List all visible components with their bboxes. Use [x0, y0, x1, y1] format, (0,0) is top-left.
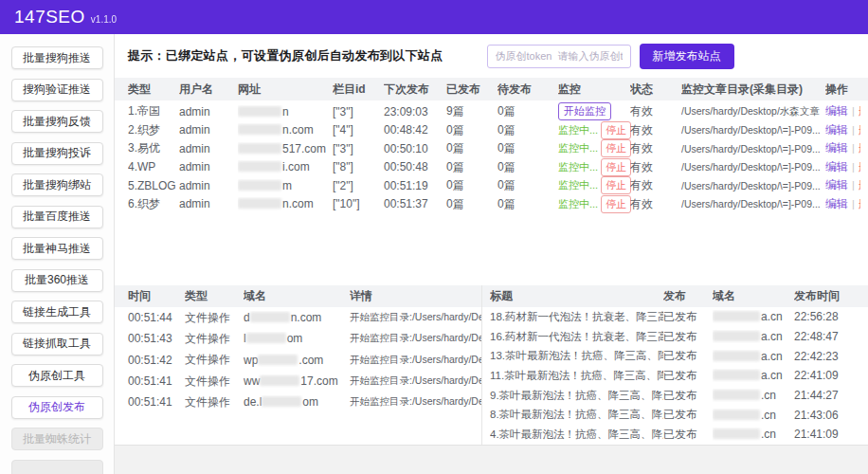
edit-link[interactable]: 编辑: [825, 123, 848, 137]
redacted-domain: [246, 333, 286, 343]
sidebar-item[interactable]: 链接生成工具: [11, 301, 103, 323]
sidebar-item[interactable]: 批量360推送: [11, 269, 103, 292]
main-content: 提示：已绑定站点，可设置伪原创后自动发布到以下站点 新增发布站点 类型用户名网址…: [115, 34, 868, 474]
stop-monitor-button[interactable]: 停止: [601, 158, 631, 176]
log-domain: wp.com: [244, 354, 350, 367]
log-domain-prefix: wp: [244, 354, 258, 367]
start-monitor-button[interactable]: 开始监控: [558, 102, 611, 120]
article-title: 4.茶叶最新泡法！抗癌、降三高、降尿酸效力涨十...: [490, 428, 663, 442]
sidebar-item-label: 批量搜狗绑站: [23, 178, 91, 191]
redacted-domain: [258, 355, 298, 365]
stop-monitor-button[interactable]: 停止: [601, 176, 631, 194]
monitoring-status: 监控中...: [558, 124, 598, 136]
edit-link[interactable]: 编辑: [825, 141, 848, 155]
file-log-table: 时间类型域名详情 00:51:44 文件操作 dn.com 开始监控目录:/Us…: [115, 285, 481, 445]
monitor-cell: 开始监控: [558, 102, 630, 120]
sidebar-item[interactable]: 批量搜狗投诉: [11, 142, 103, 165]
log-domain: de.lom: [244, 395, 350, 409]
app-version: v1.1.0: [91, 14, 117, 25]
site-column-id: ["10"]: [333, 197, 384, 210]
edit-link[interactable]: 编辑: [825, 160, 848, 173]
publish-domain: a.cn: [713, 350, 794, 363]
delete-link[interactable]: 删除: [859, 197, 860, 210]
sidebar-item[interactable]: [11, 460, 103, 474]
publish-log-body: 18.药材新一代泡法！抗衰老、降三高、降自体普... 已发布 a.cn 22:5…: [482, 307, 868, 445]
edit-link[interactable]: 编辑: [825, 197, 848, 210]
site-published-count: 0篇: [446, 122, 497, 138]
log-type: 文件操作: [185, 374, 244, 390]
site-published-count: 0篇: [446, 159, 497, 175]
publish-log-row: 4.茶叶最新泡法！抗癌、降三高、降尿酸效力涨十... 已发布 .cn 21:41…: [482, 425, 868, 445]
log-detail: 开始监控目录:/Users/hardy/Desktop/\=]-P09Q1/k.…: [350, 354, 481, 367]
redacted-domain: [260, 375, 299, 386]
site-pending-count: 0篇: [497, 196, 558, 212]
token-input[interactable]: [487, 45, 631, 68]
monitor-cell: 监控中...停止: [558, 158, 630, 176]
redacted-domain: [238, 198, 281, 209]
log-domain-suffix: n.com: [291, 311, 322, 324]
monitoring-status: 监控中...: [558, 198, 598, 210]
redacted-domain: [238, 106, 281, 117]
sidebar-item[interactable]: 批量搜狗绑站: [11, 173, 103, 196]
delete-link[interactable]: 删除: [859, 123, 860, 137]
site-type: 3.易优: [128, 140, 179, 156]
sidebar-item[interactable]: 批量搜狗推送: [11, 46, 103, 69]
delete-link[interactable]: 删除: [859, 141, 860, 155]
add-site-button[interactable]: 新增发布站点: [640, 44, 734, 69]
delete-link[interactable]: 删除: [859, 104, 860, 118]
publish-status: 已发布: [663, 368, 713, 384]
site-status: 有效: [630, 122, 681, 138]
sites-table-body: 1.帝国 admin n ["3"] 23:09:03 9篇 0篇 开始监控 有…: [115, 102, 868, 213]
publish-domain-suffix: a.cn: [761, 330, 783, 343]
stop-monitor-button[interactable]: 停止: [601, 121, 631, 139]
redacted-domain: [713, 370, 760, 380]
log-domain-suffix: om: [287, 332, 303, 345]
site-pending-count: 0篇: [497, 177, 558, 193]
publish-log-row: 18.药材新一代泡法！抗衰老、降三高、降自体普... 已发布 a.cn 22:5…: [482, 307, 868, 327]
sidebar-item[interactable]: 搜狗验证推送: [11, 79, 103, 101]
log-domain: dn.com: [244, 311, 350, 324]
site-actions: 编辑|删除: [825, 177, 860, 193]
log-time: 00:51:44: [128, 311, 185, 324]
publish-time: 22:48:47: [794, 330, 860, 343]
publish-log-row: 13.茶叶最新泡法！抗癌、降三高、降尿酸效力涨... 已发布 a.cn 22:4…: [482, 346, 868, 366]
article-title: 11.茶叶最新泡法！抗癌、降三高、降尿酸效力涨...: [490, 369, 663, 383]
article-title: 13.茶叶最新泡法！抗癌、降三高、降尿酸效力涨...: [490, 349, 663, 363]
publish-domain-suffix: a.cn: [761, 350, 783, 363]
stop-monitor-button[interactable]: 停止: [601, 195, 631, 213]
sidebar-item[interactable]: 批量蜘蛛统计: [11, 428, 103, 450]
delete-link[interactable]: 删除: [859, 160, 860, 173]
delete-link[interactable]: 删除: [859, 178, 860, 191]
publish-domain-suffix: .cn: [761, 428, 776, 441]
site-username: admin: [179, 142, 238, 155]
publish-status: 已发布: [663, 427, 713, 443]
site-row: 4.WP admin i.com ["8"] 00:50:48 0篇 0篇 监控…: [115, 158, 868, 177]
column-header-8: 状态: [630, 82, 681, 98]
site-url-suffix: 517.com: [282, 142, 326, 155]
monitor-cell: 监控中...停止: [558, 139, 630, 157]
log-domain: lom: [244, 332, 350, 345]
site-column-id: ["4"]: [333, 123, 384, 137]
site-pending-count: 0篇: [497, 103, 558, 119]
log-domain: ww17.com: [244, 374, 350, 388]
sidebar-item[interactable]: 批量搜狗反馈: [11, 110, 103, 133]
sidebar-item[interactable]: 伪原创工具: [11, 364, 103, 387]
site-type: 4.WP: [128, 160, 179, 173]
file-log-body: 00:51:44 文件操作 dn.com 开始监控目录:/Users/hardy…: [115, 307, 481, 412]
log-time: 00:51:43: [128, 332, 185, 345]
sidebar-item[interactable]: 链接抓取工具: [11, 333, 103, 356]
site-monitor-dir: /Users/hardy/Desktop/\=]-P09...: [681, 198, 825, 210]
sidebar-item[interactable]: 批量神马推送: [11, 237, 103, 260]
log-type: 文件操作: [185, 331, 244, 347]
edit-link[interactable]: 编辑: [825, 178, 848, 191]
redacted-domain: [238, 143, 281, 154]
site-actions: 编辑|删除: [825, 159, 860, 175]
stop-monitor-button[interactable]: 停止: [601, 139, 631, 157]
sidebar-item[interactable]: 伪原创发布: [11, 396, 103, 419]
sidebar-item[interactable]: 批量百度推送: [11, 206, 103, 228]
log-time: 00:51:41: [128, 374, 185, 388]
publish-status: 已发布: [663, 407, 713, 423]
site-published-count: 0篇: [446, 177, 497, 193]
edit-link[interactable]: 编辑: [825, 104, 848, 118]
column-header-0: 时间: [128, 288, 185, 304]
